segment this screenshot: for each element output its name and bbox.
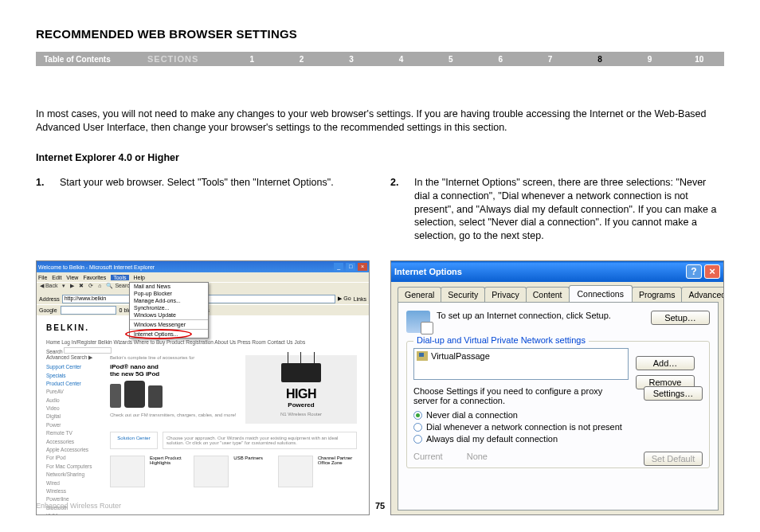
add-button[interactable]: Add… <box>636 356 695 370</box>
belkin-search-row: Search Advanced Search ▶ <box>46 347 112 361</box>
bottom-label: Channel Partner Office Zone <box>318 456 357 487</box>
settings-button[interactable]: Settings… <box>644 386 703 401</box>
red-ellipse-annotation <box>125 329 192 339</box>
footer-product: Enhanced Wireless Router <box>36 502 121 510</box>
screenshot-internet-options-dialog: Internet Options ? × General Security Pr… <box>390 260 724 515</box>
sections-label: SECTIONS <box>147 54 227 64</box>
ie-window-title: Welcome to Belkin - Microsoft Internet E… <box>38 264 155 270</box>
links-label[interactable]: Links <box>354 296 366 302</box>
close-icon[interactable]: × <box>358 263 367 271</box>
step-2: 2. In the "Internet Options" screen, the… <box>390 176 724 243</box>
section-navbar: Table of Contents SECTIONS 1 2 3 4 5 6 7… <box>36 52 724 66</box>
radio-never-dial[interactable]: Never dial a connection <box>413 410 703 420</box>
browser-subhead: Internet Explorer 4.0 or Higher <box>36 152 724 163</box>
go-button[interactable]: ▶ Go <box>338 295 351 302</box>
bottom-tile[interactable] <box>278 456 313 487</box>
tools-item-sync[interactable]: Synchronize... <box>130 304 208 311</box>
sidebar-cat[interactable]: Remote TV <box>46 429 104 437</box>
sidebar-product-center[interactable]: Product Center <box>46 380 104 388</box>
tab-content[interactable]: Content <box>526 287 570 302</box>
minimize-icon[interactable]: _ <box>334 263 343 271</box>
forward-button[interactable]: ▶ <box>70 283 74 288</box>
radio-icon <box>413 435 422 444</box>
section-link-7[interactable]: 7 <box>525 55 574 64</box>
back-button[interactable]: ◀ Back ▾ <box>40 283 65 288</box>
setup-button[interactable]: Setup… <box>651 311 710 325</box>
section-link-2[interactable]: 2 <box>276 55 326 64</box>
menu-file[interactable]: File <box>38 275 47 280</box>
sidebar-specials[interactable]: Specials <box>46 372 104 380</box>
tools-dropdown-menu: Mail and News Pop-up Blocker Manage Add-… <box>129 282 209 338</box>
sidebar-cat[interactable]: PureAV <box>46 388 104 396</box>
sidebar-cat[interactable]: For iPod <box>46 454 104 462</box>
help-button-icon[interactable]: ? <box>686 264 702 279</box>
menu-view[interactable]: View <box>66 275 78 280</box>
vpn-item-virtualpassage[interactable]: VirtualPassage <box>416 350 626 362</box>
dialog-title: Internet Options <box>394 267 462 276</box>
sidebar-cat[interactable]: Power <box>46 421 104 429</box>
section-link-9[interactable]: 9 <box>625 55 674 64</box>
menu-edit[interactable]: Edit <box>52 275 61 280</box>
section-link-4[interactable]: 4 <box>376 55 425 64</box>
belkin-webpage: BELKIN. Home Log In/Register Belkin Wiza… <box>37 315 369 515</box>
sidebar-cat[interactable]: Digital <box>46 413 104 421</box>
sidebar-cat[interactable]: For Mac Computers <box>46 463 104 471</box>
toc-link[interactable]: Table of Contents <box>36 55 147 64</box>
intro-text: In most cases, you will not need to make… <box>36 108 724 135</box>
section-link-6[interactable]: 6 <box>476 55 525 64</box>
solution-center-label[interactable]: Solution Center <box>110 432 158 449</box>
radio-always-dial[interactable]: Always dial my default connection <box>413 434 703 444</box>
tools-item-update[interactable]: Windows Update <box>130 311 208 319</box>
tab-connections[interactable]: Connections <box>569 285 633 302</box>
bottom-tile[interactable] <box>194 456 229 487</box>
sidebar-cat[interactable]: Apple Accessories <box>46 446 104 454</box>
tab-general[interactable]: General <box>398 287 441 302</box>
google-search-input[interactable] <box>61 306 116 315</box>
tools-item-internet-options[interactable]: Internet Options... <box>130 331 208 338</box>
sidebar-cat[interactable]: Wired <box>46 479 104 487</box>
menu-favorites[interactable]: Favorites <box>83 275 106 280</box>
page-title: RECOMMENDED WEB BROWSER SETTINGS <box>36 27 724 41</box>
address-label: Address <box>39 296 60 302</box>
belkin-main-content: Belkin's complete line of accessories fo… <box>110 355 357 487</box>
home-button[interactable]: ⌂ <box>98 283 101 288</box>
speaker-icon <box>124 381 145 408</box>
section-link-5[interactable]: 5 <box>426 55 476 64</box>
bottom-tile[interactable] <box>110 456 145 487</box>
vpn-listbox[interactable]: VirtualPassage <box>413 348 629 380</box>
belkin-top-nav: Home Log In/Register Belkin Wizards Wher… <box>46 339 305 345</box>
sidebar-cat[interactable]: KVM <box>46 512 104 515</box>
sidebar-cat[interactable]: Video <box>46 405 104 413</box>
sidebar-cat[interactable]: Accessories <box>46 438 104 446</box>
sidebar-cat[interactable]: Wireless <box>46 487 104 495</box>
tools-item-mail[interactable]: Mail and News <box>130 283 208 290</box>
setup-text: To set up an Internet connection, click … <box>437 311 644 320</box>
refresh-button[interactable]: ⟳ <box>88 283 93 288</box>
menu-tools[interactable]: Tools <box>111 275 128 280</box>
bottom-label: Expert Product Highlights <box>150 456 189 487</box>
maximize-icon[interactable]: □ <box>346 263 355 271</box>
close-button-icon[interactable]: × <box>704 264 720 279</box>
advanced-search-link[interactable]: Advanced Search ▶ <box>46 354 92 360</box>
section-link-3[interactable]: 3 <box>327 55 376 64</box>
tab-security[interactable]: Security <box>441 287 485 302</box>
stop-button[interactable]: ✖ <box>79 283 84 288</box>
belkin-search-input[interactable] <box>64 347 112 354</box>
ie-titlebar: Welcome to Belkin - Microsoft Internet E… <box>37 261 369 272</box>
sidebar-cat[interactable]: Audio <box>46 397 104 405</box>
tab-advanced[interactable]: Advanced <box>681 287 724 302</box>
sidebar-cat[interactable]: Network/Sharing <box>46 471 104 479</box>
tools-item-popup[interactable]: Pop-up Blocker <box>130 290 208 297</box>
section-link-8[interactable]: 8 <box>575 55 625 64</box>
tools-item-messenger[interactable]: Windows Messenger <box>130 321 208 328</box>
sidebar-support[interactable]: Support Center <box>46 363 104 371</box>
menu-help[interactable]: Help <box>134 275 145 280</box>
section-link-1[interactable]: 1 <box>227 55 276 64</box>
belkin-logo: BELKIN. <box>46 323 89 332</box>
powered-label: Powered <box>288 401 314 409</box>
tab-programs[interactable]: Programs <box>632 287 683 302</box>
section-link-10[interactable]: 10 <box>675 55 724 64</box>
tools-item-addons[interactable]: Manage Add-ons... <box>130 297 208 304</box>
radio-dial-when-no-network[interactable]: Dial whenever a network connection is no… <box>413 422 703 432</box>
tab-privacy[interactable]: Privacy <box>484 287 526 302</box>
